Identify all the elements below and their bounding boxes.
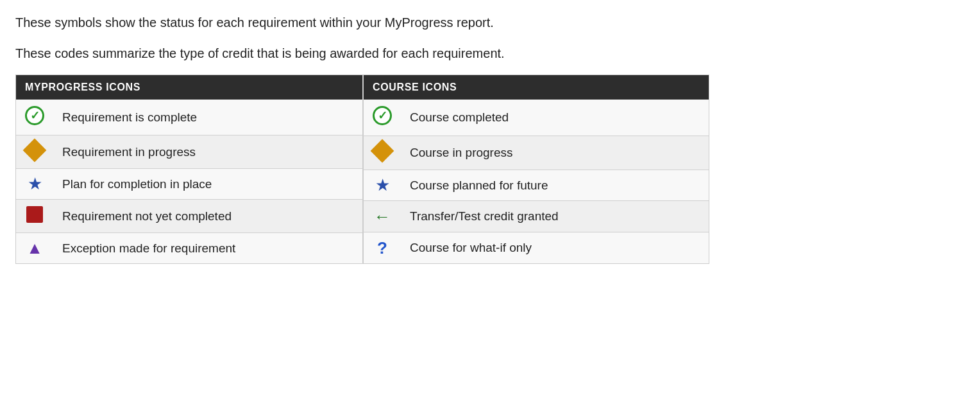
icon-cell	[363, 135, 401, 170]
table-row: Course in progress	[363, 135, 709, 170]
diamond-icon	[371, 139, 394, 163]
label-cell: Exception made for requirement	[53, 233, 362, 264]
course-header: COURSE ICONS	[363, 75, 709, 100]
table-row: Requirement not yet completed	[16, 200, 362, 233]
icon-cell: ★	[363, 170, 401, 201]
icon-cell	[16, 200, 53, 233]
table-row: ★ Plan for completion in place	[16, 169, 362, 200]
diamond-icon	[23, 139, 47, 162]
table-row: Requirement in progress	[16, 135, 362, 169]
intro-line2: These codes summarize the type of credit…	[15, 44, 965, 63]
label-cell: Course completed	[401, 100, 709, 135]
course-table: COURSE ICONS Course completed Course in …	[362, 75, 709, 263]
table-row: Course completed	[363, 100, 709, 135]
table-row: ← Transfer/Test credit granted	[363, 201, 709, 232]
table-row: ★ Course planned for future	[363, 170, 709, 201]
label-cell: Course for what-if only	[401, 232, 709, 263]
icon-cell	[363, 100, 401, 135]
table-row: ? Course for what-if only	[363, 232, 709, 263]
tables-container: MYPROGRESS ICONS Requirement is complete…	[15, 74, 709, 264]
label-cell: Course in progress	[401, 135, 709, 170]
green-check-icon	[25, 106, 44, 125]
myprogress-table: MYPROGRESS ICONS Requirement is complete…	[16, 75, 362, 263]
arrow-icon: ←	[374, 208, 391, 225]
question-icon: ?	[377, 240, 387, 256]
square-icon	[26, 206, 43, 223]
star-icon: ★	[28, 175, 42, 192]
icon-cell	[16, 100, 53, 135]
label-cell: Requirement not yet completed	[53, 200, 362, 233]
triangle-icon: ▲	[26, 240, 43, 256]
table-row: Requirement is complete	[16, 100, 362, 135]
label-cell: Plan for completion in place	[53, 169, 362, 200]
myprogress-header: MYPROGRESS ICONS	[16, 75, 362, 100]
icon-cell	[16, 135, 53, 169]
green-check-icon	[373, 106, 392, 125]
intro-line1: These symbols show the status for each r…	[15, 13, 965, 32]
table-row: ▲ Exception made for requirement	[16, 233, 362, 264]
icon-cell: ?	[363, 232, 401, 263]
label-cell: Transfer/Test credit granted	[401, 201, 709, 232]
icon-cell: ★	[16, 169, 53, 200]
label-cell: Course planned for future	[401, 170, 709, 201]
label-cell: Requirement in progress	[53, 135, 362, 169]
icon-cell: ←	[363, 201, 401, 232]
star-icon: ★	[375, 177, 390, 193]
label-cell: Requirement is complete	[53, 100, 362, 135]
icon-cell: ▲	[16, 233, 53, 264]
